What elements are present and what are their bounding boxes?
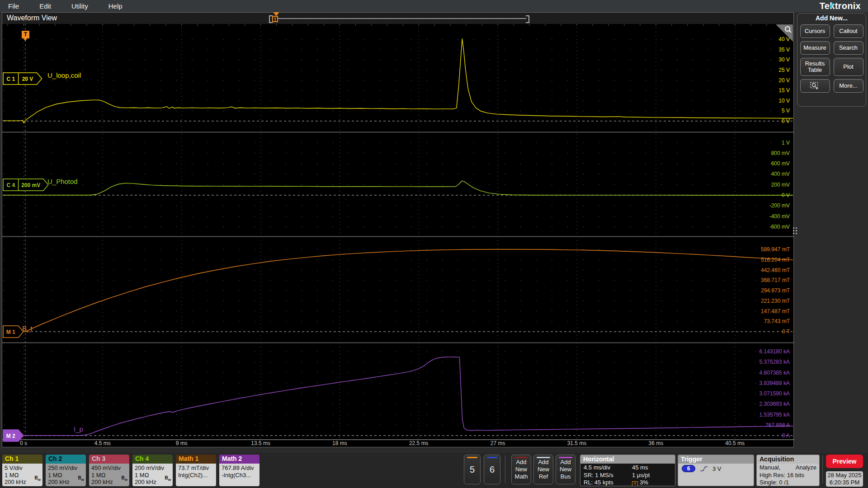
sidebar-button-more[interactable]: More... xyxy=(834,79,863,93)
horizontal-title: Horizontal xyxy=(580,455,675,464)
scope-number-buttons: 56 xyxy=(464,455,500,484)
button-label: AddNewBus xyxy=(560,459,571,481)
badge-6-button[interactable]: 6 xyxy=(484,455,500,484)
trigger-settings-panel[interactable]: Trigger 6 3 V xyxy=(678,455,754,486)
acquisition-body: Manual,AnalyzeHigh Res: 16 bitsSingle: 0… xyxy=(757,464,819,486)
bandwidth-icon: Bw xyxy=(165,474,171,483)
rising-edge-icon xyxy=(700,465,708,472)
sidebar-button-zoom-select[interactable] xyxy=(800,79,830,93)
button-label: AddNewMath xyxy=(515,459,528,481)
svg-text:200 mV: 200 mV xyxy=(21,182,40,188)
horizontal-body: 4.5 ms/div45 msSR: 1 MS/s1 μs/ptRL: 45 k… xyxy=(580,464,675,486)
trigger-title: Trigger xyxy=(678,455,754,464)
menu-items: FileEditUtilityHelp xyxy=(0,0,868,12)
acquisition-value: Single: 0 /1 xyxy=(760,479,789,486)
channel-info-math1: 73.7 mT/divIntg(Ch2)... xyxy=(176,464,216,486)
add-new-buttons: AddNewMathAddNewRefAddNewBus xyxy=(511,455,576,484)
settings-bar: Ch 15 V/div1 MΩ200 kHzBwCh 2250 mV/div1 … xyxy=(0,453,868,488)
date-text: 28 May 2025 xyxy=(826,472,863,479)
trigger-mini-icon: T xyxy=(632,481,638,486)
acquisition-value: Analyze xyxy=(796,464,816,472)
svg-text:M 2: M 2 xyxy=(6,433,15,439)
channel-info-line: Intg(Ch2)... xyxy=(178,472,214,479)
sidebar-button-cursors[interactable]: Cursors xyxy=(800,24,830,38)
svg-text:C 1: C 1 xyxy=(6,76,15,82)
channel-title-math1: Math 1 xyxy=(176,455,216,464)
channel-info-ch3: 450 mV/div1 MΩ200 kHzBw xyxy=(89,464,129,486)
sidebar-button-results-table[interactable]: Results Table xyxy=(800,58,830,76)
channel-badge-math1[interactable]: M 1 xyxy=(3,326,24,338)
menu-bar: FileEditUtilityHelp Tektronix xyxy=(0,0,868,12)
channel-settings-ch3[interactable]: Ch 3450 mV/div1 MΩ200 kHzBw xyxy=(89,455,129,486)
channel-badge-ch4[interactable]: C 4200 mV xyxy=(3,179,48,191)
preview-button[interactable]: Preview xyxy=(826,455,863,468)
horizontal-value: T3% xyxy=(632,479,672,486)
horizontal-value: 45 ms xyxy=(632,464,672,472)
trace-math2 xyxy=(3,357,793,436)
time-text: 6:20:35 PM xyxy=(826,479,863,486)
horizontal-row: SR: 1 MS/s1 μs/pt xyxy=(580,472,675,479)
channel-settings-math1[interactable]: Math 173.7 mT/divIntg(Ch2)... xyxy=(176,455,216,486)
acquisition-row: High Res: 16 bits xyxy=(757,472,819,479)
horizontal-value: 1 μs/pt xyxy=(632,472,672,479)
panel-resize-grip[interactable] xyxy=(793,224,797,237)
svg-text:C 4: C 4 xyxy=(6,182,15,188)
channel-info-ch1: 5 V/div1 MΩ200 kHzBw xyxy=(2,464,42,486)
channel-info-line: 73.7 mT/div xyxy=(178,465,214,472)
channel-info-line: -Intg(Ch3... xyxy=(222,472,257,479)
horizontal-settings-panel[interactable]: Horizontal 4.5 ms/div45 msSR: 1 MS/s1 μs… xyxy=(580,455,675,486)
sidebar-buttons: CursorsCalloutMeasureSearchResults Table… xyxy=(797,24,866,93)
trigger-level: 3 V xyxy=(712,465,722,472)
color-stripe xyxy=(514,457,528,458)
sidebar-button-callout[interactable]: Callout xyxy=(834,24,863,38)
zoom-select-icon xyxy=(810,82,821,90)
channel-settings-ch2[interactable]: Ch 2250 mV/div1 MΩ200 kHzBw xyxy=(46,455,86,486)
channel-info-line: 200 mV/div xyxy=(135,465,170,472)
channel-title-ch2: Ch 2 xyxy=(46,455,86,464)
button-label: 5 xyxy=(470,465,475,475)
badge-5-button[interactable]: 5 xyxy=(464,455,481,484)
add-new-bus-button[interactable]: AddNewBus xyxy=(556,455,576,484)
channel-title-ch1: Ch 1 xyxy=(2,455,42,464)
trace-ch1 xyxy=(3,39,793,123)
menu-file[interactable]: File xyxy=(8,2,19,10)
channel-info-line: 450 mV/div xyxy=(91,465,127,472)
waveform-panel: Waveform View T C 120 VC 4200 mVM 1M 2 4… xyxy=(2,12,794,447)
acquisition-settings-panel[interactable]: Acquisition Manual,AnalyzeHigh Res: 16 b… xyxy=(756,455,820,486)
menu-edit[interactable]: Edit xyxy=(39,2,51,10)
menu-help[interactable]: Help xyxy=(108,2,123,10)
sidebar-button-measure[interactable]: Measure xyxy=(800,41,830,55)
channel-info-ch4: 200 mV/div1 MΩ200 kHzBw xyxy=(132,464,173,486)
sidebar-button-plot[interactable]: Plot xyxy=(834,58,863,76)
trigger-flag-icon[interactable]: T xyxy=(22,31,29,38)
datetime-display: 28 May 2025 6:20:35 PM xyxy=(826,471,863,487)
channel-info-math2: 767.89 A/div-Intg(Ch3... xyxy=(219,464,259,486)
color-stripe xyxy=(467,457,477,458)
channel-title-ch4: Ch 4 xyxy=(132,455,173,464)
menu-utility[interactable]: Utility xyxy=(71,2,88,10)
logo-k: k xyxy=(830,1,835,11)
add-new-math-button[interactable]: AddNewMath xyxy=(511,455,531,484)
channel-title-ch3: Ch 3 xyxy=(89,455,129,464)
acquisition-value: High Res: 16 bits xyxy=(760,472,804,479)
bandwidth-icon: Bw xyxy=(78,474,84,483)
bandwidth-icon: Bw xyxy=(122,474,127,483)
channel-info-line: 250 mV/div xyxy=(48,465,84,472)
channel-badge-ch1[interactable]: C 120 V xyxy=(3,73,42,84)
trigger-source-badge: 6 xyxy=(682,465,695,472)
channel-settings-ch4[interactable]: Ch 4200 mV/div1 MΩ200 kHzBw xyxy=(132,455,173,486)
waveform-plot[interactable]: C 120 VC 4200 mVM 1M 2 xyxy=(2,13,794,448)
divider xyxy=(505,455,505,483)
sidebar-button-search[interactable]: Search xyxy=(834,41,863,55)
preview-column: Preview 28 May 2025 6:20:35 PM xyxy=(826,455,863,487)
logo-text: Te xyxy=(820,1,830,11)
channel-info-line: 5 V/div xyxy=(5,465,40,472)
horizontal-row: 4.5 ms/div45 ms xyxy=(580,464,675,472)
channel-settings-math2[interactable]: Math 2767.89 A/div-Intg(Ch3... xyxy=(219,455,259,486)
add-new-sidebar: Add New... CursorsCalloutMeasureSearchRe… xyxy=(797,13,866,107)
channel-settings-ch1[interactable]: Ch 15 V/div1 MΩ200 kHzBw xyxy=(2,455,42,486)
tektronix-logo: Tektronix xyxy=(820,1,861,11)
horizontal-value: SR: 1 MS/s xyxy=(584,472,632,479)
horizontal-row: RL: 45 kptsT3% xyxy=(580,479,675,486)
add-new-ref-button[interactable]: AddNewRef xyxy=(533,455,553,484)
